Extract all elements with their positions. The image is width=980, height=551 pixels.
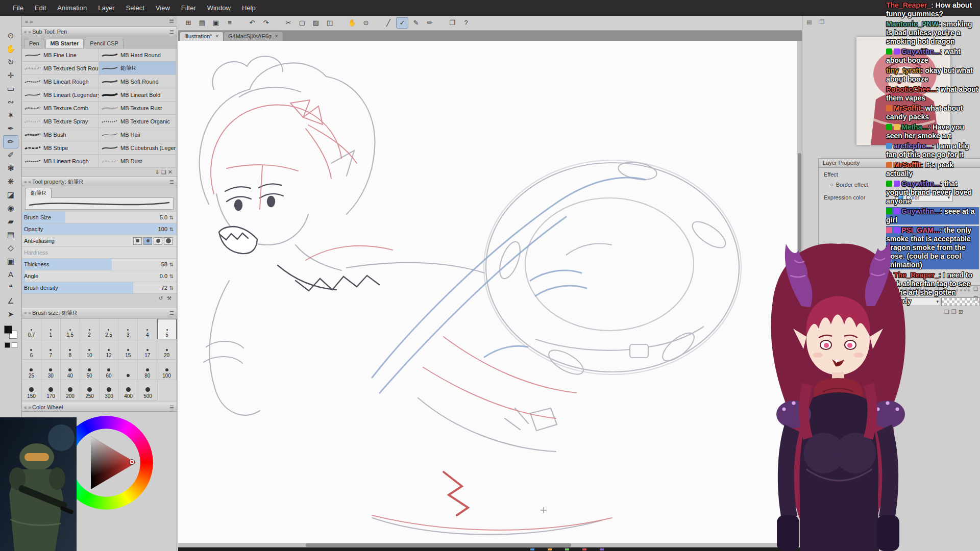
select-rect-icon[interactable]: ▢	[296, 17, 308, 29]
brush-size-option[interactable]: 15	[118, 339, 138, 360]
workspace-grid-icon[interactable]: ⊞	[182, 17, 194, 29]
redo-icon[interactable]: ↷	[260, 17, 272, 29]
fill-tool-icon[interactable]: ▰	[3, 215, 18, 228]
stepper-icon[interactable]: ⇅	[168, 262, 175, 267]
panel-collapse-icon[interactable]: « »	[24, 309, 31, 317]
panel-menu-icon[interactable]: ☰	[169, 403, 174, 412]
stepper-icon[interactable]: ⇅	[168, 273, 175, 279]
chat-username[interactable]: Guywithn...	[901, 180, 940, 188]
brush-size-option[interactable]: 17	[138, 339, 157, 360]
auto-select-tool-icon[interactable]: ✷	[3, 109, 18, 122]
correction-tool-icon[interactable]: ∠	[3, 294, 18, 308]
stepper-icon[interactable]: ⇅	[168, 215, 175, 220]
chat-username[interactable]: Metha...	[901, 123, 928, 131]
zoom-tool-icon[interactable]: ⊙	[3, 29, 18, 42]
brush-item[interactable]: MB Lineart (Legendary)	[22, 88, 99, 102]
decoration-tool-icon[interactable]: ❋	[3, 175, 18, 188]
panel-menu-icon[interactable]: ☰	[169, 28, 174, 36]
figure-tool-icon[interactable]: ◇	[3, 241, 18, 255]
chat-username[interactable]: tiny_tyratt	[886, 66, 921, 74]
brush-item-selected[interactable]: 鉛筆R	[99, 62, 176, 75]
menu-select[interactable]: Select	[120, 0, 150, 16]
brush-size-option[interactable]: 1.5	[61, 319, 80, 339]
stepper-icon[interactable]: ⇅	[168, 227, 175, 232]
brush-item[interactable]: MB Texture Organic	[99, 115, 176, 128]
snap-ruler-icon[interactable]: ╱	[382, 17, 395, 29]
aa-middle-button[interactable]	[154, 237, 162, 245]
border-effect-toggle[interactable]: ○ Border effect	[830, 182, 868, 188]
brush-size-option[interactable]: 500	[138, 380, 158, 400]
brush-item[interactable]: MB Cubebrush (Legend	[99, 141, 176, 155]
grid-icon[interactable]: ⊞	[959, 309, 965, 315]
tab-mb-starter[interactable]: MB Starter	[45, 39, 84, 48]
chat-username[interactable]: Mantonio_PNW	[886, 20, 938, 28]
chat-username[interactable]: Guywithn...	[901, 47, 940, 56]
brush-item[interactable]: MB Texture Rust	[99, 102, 176, 115]
brush-size-option[interactable]: 60	[100, 360, 119, 380]
brush-size-option[interactable]: 1	[41, 319, 61, 339]
tab-pen[interactable]: Pen	[24, 39, 44, 48]
brush-size-option[interactable]: 8	[61, 339, 80, 360]
color-chip-black[interactable]	[5, 342, 10, 348]
chat-username[interactable]: MrSoffit	[894, 104, 921, 112]
brush-item[interactable]: MB Stripe	[22, 141, 99, 155]
panel-menu-icon[interactable]: ☰	[169, 178, 174, 186]
collapse-chevrons-icon[interactable]: « »	[25, 18, 33, 24]
aa-none-button[interactable]	[133, 237, 142, 245]
layer-toolbar-icons[interactable]: ❏❐⊞	[944, 309, 965, 315]
reset-icon[interactable]: ↺	[159, 295, 163, 301]
slider-opacity[interactable]: Opacity 100 ⇅	[22, 223, 177, 235]
menu-help[interactable]: Help	[236, 0, 261, 16]
page-icon[interactable]: ❐	[951, 309, 959, 315]
invert-selection-icon[interactable]: ◫	[324, 17, 336, 29]
brush-size-option[interactable]: 10	[80, 339, 100, 360]
menu-filter[interactable]: Filter	[176, 0, 202, 16]
chat-username[interactable]: MrSoffit	[894, 161, 921, 169]
brush-size-option[interactable]	[118, 360, 138, 380]
preset-chip[interactable]: 鉛筆R	[25, 188, 52, 198]
panel-collapse-icon[interactable]: « »	[24, 28, 31, 36]
marquee-tool-icon[interactable]: ▭	[3, 82, 18, 95]
undo-icon[interactable]: ↶	[246, 17, 258, 29]
slider-brush-density[interactable]: Brush density 72 ⇅	[22, 282, 177, 294]
menu-animation[interactable]: Animation	[52, 0, 92, 16]
brush-size-option[interactable]: 170	[41, 380, 61, 400]
move-tool-icon[interactable]: ✛	[3, 69, 18, 82]
brush-size-option[interactable]: 6	[22, 339, 41, 360]
scrollbar-thumb[interactable]	[306, 543, 571, 547]
save-icon[interactable]: ▣	[210, 17, 222, 29]
aa-strong-button[interactable]	[164, 237, 173, 245]
hand-nav-icon[interactable]: ✋	[346, 17, 358, 29]
chat-username[interactable]: RoboticChee...	[886, 85, 936, 93]
brush-size-option[interactable]: 3	[118, 319, 138, 339]
canvas-tab-illustration[interactable]: Illustration* ✕	[180, 32, 223, 41]
brush-tool-icon[interactable]: ✐	[3, 148, 18, 162]
brush-size-option[interactable]: 400	[119, 380, 138, 400]
slider-angle[interactable]: Angle 0.0 ⇅	[22, 270, 177, 282]
chat-message-highlighted[interactable]: Guywithn...: seee at a girl	[886, 207, 979, 224]
pencil-tool-icon[interactable]: ✏	[3, 135, 18, 148]
main-sub-color-swatches[interactable]	[4, 325, 18, 339]
lasso-tool-icon[interactable]: ∾	[3, 95, 18, 109]
snap-special-icon[interactable]: ✓	[396, 17, 408, 29]
pen-tool-icon[interactable]: ✒	[3, 122, 18, 135]
eraser-tool-icon[interactable]: ◪	[3, 188, 18, 202]
pen-pressure-icon[interactable]: ✏	[424, 17, 436, 29]
subtool-footer-icons[interactable]: ⇓ ❏ ✕	[155, 169, 173, 176]
brush-item[interactable]: MB Texture Comb	[22, 102, 99, 115]
menu-layer[interactable]: Layer	[92, 0, 120, 16]
color-chip-white[interactable]	[12, 342, 17, 348]
menu-file[interactable]: File	[7, 0, 29, 16]
rotate-tool-icon[interactable]: ↻	[3, 56, 18, 69]
brush-item[interactable]: MB Hair	[99, 128, 176, 141]
brush-size-option[interactable]: 80	[138, 360, 157, 380]
brush-item[interactable]: MB Bush	[22, 128, 99, 141]
brush-item[interactable]: MB Textured Soft Roun	[22, 62, 99, 75]
open-icon[interactable]: ▤	[196, 17, 208, 29]
drawing-canvas[interactable]	[178, 41, 797, 543]
hand-tool-icon[interactable]: ✋	[3, 42, 18, 56]
stepper-icon[interactable]: ⇅	[168, 285, 175, 291]
correction-line-icon[interactable]: ✎	[410, 17, 422, 29]
brush-size-option-selected[interactable]: 5	[157, 319, 177, 339]
brush-size-option[interactable]: 25	[22, 360, 41, 380]
